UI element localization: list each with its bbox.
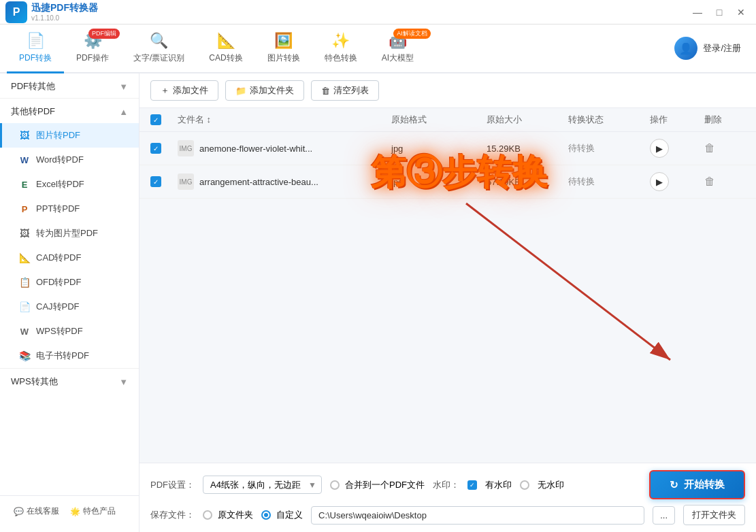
sidebar-item-label-caj-to-pdf: CAJ转PDF <box>36 301 80 313</box>
image-type-icon: 🖼 <box>18 228 31 239</box>
filelist-header: 文件名 ↕ 原始格式 原始大小 转换状态 操作 删除 <box>139 108 756 132</box>
sidebar-item-label-excel-to-pdf: Excel转PDF <box>36 178 84 190</box>
header-size: 原始大小 <box>487 114 568 126</box>
header-format: 原始格式 <box>391 114 487 126</box>
nav-item-ocr[interactable]: 🔍 文字/票证识别 <box>121 24 197 73</box>
sidebar-group-wps-to-other[interactable]: WPS转其他 ▼ <box>0 368 139 393</box>
select-all-checkbox[interactable] <box>150 114 161 125</box>
image-icon: 🖼 <box>18 130 31 141</box>
image-convert-icon: 🖼️ <box>274 32 293 50</box>
row2-size: 57.39KB <box>487 177 568 187</box>
browse-button[interactable]: ... <box>653 506 675 525</box>
clear-list-button[interactable]: 🗑 清空列表 <box>311 80 379 101</box>
sidebar-item-image-to-pdf[interactable]: 🖼 图片转PDF <box>0 123 139 148</box>
excel-icon: E <box>18 180 31 190</box>
nav-label-image-convert: 图片转换 <box>267 52 300 64</box>
pdf-setting-select[interactable]: A4纸张，纵向，无边距 <box>203 476 322 494</box>
nav-item-ai[interactable]: AI解读文档 🤖 AI大模型 <box>369 24 426 73</box>
sidebar-group-label-pdf-to-other: PDF转其他 <box>11 80 55 93</box>
merge-radio-group: 合并到一个PDF文件 <box>330 479 425 491</box>
row2-thumbnail: IMG <box>178 173 194 190</box>
add-file-button[interactable]: ＋ 添加文件 <box>150 80 218 101</box>
merge-radio[interactable] <box>330 480 340 490</box>
no-watermark-radio[interactable] <box>520 480 529 490</box>
support-label: 在线客服 <box>27 505 59 517</box>
nav-item-image-convert[interactable]: 🖼️ 图片转换 <box>255 24 312 73</box>
window-controls: — □ ✕ <box>688 0 751 24</box>
top-navigation: 📄 PDF转换 PDF编辑 ⚙️ PDF操作 🔍 文字/票证识别 📐 CAD转换… <box>0 24 756 73</box>
table-row: IMG anemone-flower-violet-whit... jpg 15… <box>139 132 756 165</box>
special-icon: ✨ <box>331 32 350 50</box>
nav-item-pdf-convert[interactable]: 📄 PDF转换 <box>7 24 64 73</box>
sidebar-group-pdf-to-other[interactable]: PDF转其他 ▼ <box>0 73 139 98</box>
minimize-button[interactable]: — <box>688 4 707 20</box>
nav-item-pdf-ops[interactable]: PDF编辑 ⚙️ PDF操作 <box>64 24 121 73</box>
sidebar-item-word-to-pdf[interactable]: W Word转PDF <box>0 148 139 172</box>
row1-status: 待转换 <box>568 142 650 154</box>
word-icon: W <box>18 155 31 165</box>
row2-checkbox[interactable] <box>150 176 161 187</box>
original-folder-radio[interactable] <box>203 510 212 520</box>
add-folder-label: 添加文件夹 <box>250 84 294 97</box>
feature-icon: 🌟 <box>70 507 80 516</box>
filelist-wrapper: 文件名 ↕ 原始格式 原始大小 转换状态 操作 删除 IMG anemone-f… <box>139 108 756 463</box>
merge-label: 合并到一个PDF文件 <box>345 479 425 491</box>
user-login-area[interactable]: 👤 登录/注册 <box>666 24 749 72</box>
header-checkbox <box>150 114 178 126</box>
row2-delete-button[interactable]: 🗑 <box>704 176 715 187</box>
feature-products-button[interactable]: 🌟 特色产品 <box>65 503 121 520</box>
titlebar: P 迅捷PDF转换器 v1.1.10.0 — □ ✕ <box>0 0 756 24</box>
row1-filename-cell: IMG anemone-flower-violet-whit... <box>178 140 391 156</box>
nav-label-pdf-ops: PDF操作 <box>76 52 109 64</box>
custom-radio[interactable] <box>261 510 271 520</box>
pdf-setting-select-wrapper: A4纸张，纵向，无边距 ▼ <box>203 476 322 494</box>
sidebar-item-ebook-to-pdf[interactable]: 📚 电子书转PDF <box>0 344 139 368</box>
has-watermark-checkbox[interactable] <box>467 480 477 490</box>
row1-format: jpg <box>391 144 487 154</box>
sidebar-item-ofd-to-pdf[interactable]: 📋 OFD转PDF <box>0 270 139 295</box>
open-folder-button[interactable]: 打开文件夹 <box>683 505 745 525</box>
feature-label: 特色产品 <box>83 505 116 517</box>
nav-item-cad[interactable]: 📐 CAD转换 <box>197 24 254 73</box>
header-action: 操作 <box>650 114 704 126</box>
row1-checkbox[interactable] <box>150 143 161 154</box>
login-label: 登录/注册 <box>703 42 741 54</box>
row2-action-button[interactable]: ▶ <box>650 172 669 191</box>
start-convert-button[interactable]: ↻ 开始转换 <box>649 470 745 499</box>
logo-icon: P <box>5 1 27 23</box>
sidebar-item-excel-to-pdf[interactable]: E Excel转PDF <box>0 172 139 197</box>
sidebar-group-label-other-to-pdf: 其他转PDF <box>11 105 55 118</box>
sidebar-item-image-type-pdf[interactable]: 🖼 转为图片型PDF <box>0 221 139 246</box>
row1-action-button[interactable]: ▶ <box>650 139 669 158</box>
has-watermark-label: 有水印 <box>485 479 512 491</box>
nav-label-ai: AI大模型 <box>382 52 414 64</box>
sidebar-item-caj-to-pdf[interactable]: 📄 CAJ转PDF <box>0 295 139 319</box>
ofd-icon: 📋 <box>18 277 31 288</box>
save-original-folder-group: 原文件夹 <box>203 509 253 521</box>
row1-filename: anemone-flower-violet-whit... <box>199 144 312 154</box>
restore-button[interactable]: □ <box>710 4 729 20</box>
table-row: IMG arrangement-attractive-beau... jpg 5… <box>139 165 756 199</box>
row1-delete-button[interactable]: 🗑 <box>704 142 715 154</box>
sidebar-item-cad-to-pdf[interactable]: 📐 CAD转PDF <box>0 246 139 270</box>
app-title: 迅捷PDF转换器 <box>31 2 98 14</box>
app-version: v1.1.10.0 <box>31 14 98 22</box>
support-icon: 💬 <box>14 507 24 516</box>
ocr-icon: 🔍 <box>150 32 168 50</box>
ppt-icon: P <box>18 204 31 214</box>
settings-row: PDF设置： A4纸张，纵向，无边距 ▼ 合并到一个PDF文件 水印： 有水印 … <box>150 470 745 499</box>
sidebar-group-other-to-pdf[interactable]: 其他转PDF ▲ <box>0 98 139 123</box>
start-icon: ↻ <box>670 479 678 491</box>
nav-item-special[interactable]: ✨ 特色转换 <box>312 24 369 73</box>
add-folder-button[interactable]: 📁 添加文件夹 <box>225 80 304 101</box>
sidebar-item-ppt-to-pdf[interactable]: P PPT转PDF <box>0 197 139 221</box>
save-path-input[interactable] <box>311 506 644 525</box>
caj-icon: 📄 <box>18 301 31 312</box>
no-watermark-label: 无水印 <box>538 479 564 491</box>
sidebar-item-wps-to-pdf[interactable]: W WPS转PDF <box>0 319 139 344</box>
nav-label-cad: CAD转换 <box>209 52 242 64</box>
online-support-button[interactable]: 💬 在线客服 <box>8 503 65 520</box>
row1-size: 15.29KB <box>487 144 568 154</box>
close-button[interactable]: ✕ <box>732 4 751 20</box>
ai-badge: AI解读文档 <box>393 29 431 39</box>
